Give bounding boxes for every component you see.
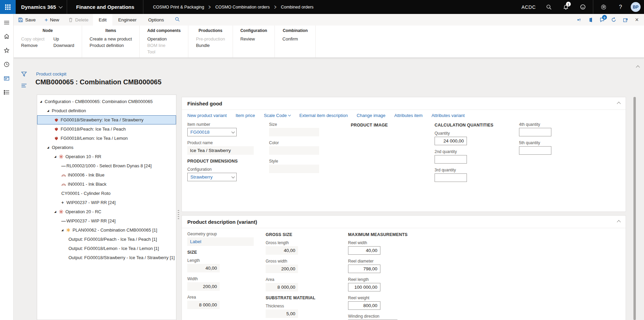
refresh-icon[interactable]	[609, 15, 619, 25]
section-title: Finished good	[187, 101, 222, 106]
quantity-input[interactable]	[435, 137, 467, 145]
tree-item[interactable]: ◢Operation 20 - RC	[37, 207, 176, 216]
2nd-quantity-input[interactable]	[435, 155, 467, 164]
workspace-card-icon[interactable]	[1, 73, 12, 84]
tree-item[interactable]: ◢Operations	[37, 143, 176, 152]
tree-item[interactable]: +WIP00237 - WIP RR [24]	[37, 198, 176, 207]
tree-item-label: CY00001 - Cylinder Roto	[61, 191, 111, 196]
sparkle-icon[interactable]	[574, 15, 584, 25]
bundle-button[interactable]: Bundle	[196, 42, 225, 49]
tree-item[interactable]: ◢Product definition	[37, 106, 176, 115]
tab-engineer[interactable]: Engineer	[112, 14, 142, 26]
reel-width-input[interactable]	[348, 246, 380, 255]
configuration-combobox[interactable]: Strawberry	[187, 173, 237, 181]
collapse-section-chevron-icon[interactable]	[617, 102, 621, 105]
ribbon-group-combination: CombinationConfirm	[275, 26, 316, 57]
tree-item[interactable]: Output: FG00018/Strawberry - Ice Tea / S…	[37, 253, 176, 262]
5th-quantity-input[interactable]	[519, 146, 551, 155]
splitter-handle[interactable]	[178, 210, 179, 220]
tree-item[interactable]: —RL00002/1000 - Select Brown Dynas 8 [24…	[37, 161, 176, 170]
change-image-link[interactable]: Change image	[357, 113, 386, 118]
collapse-section-chevron-icon[interactable]	[617, 220, 621, 224]
tree-item[interactable]: IN00001 - Ink Black	[37, 180, 176, 189]
vertical-scrollbar[interactable]	[633, 97, 636, 320]
tree-item[interactable]: Output: FG00018/Lemon - Ice Tea / Lemon …	[37, 244, 176, 253]
expander-icon[interactable]: ◢	[40, 100, 45, 103]
new-button[interactable]: + New	[40, 14, 64, 26]
reel-length-input[interactable]	[348, 283, 380, 291]
filter-icon[interactable]	[21, 71, 27, 77]
messages-icon[interactable]: 0	[597, 15, 607, 25]
up-button[interactable]: Up	[53, 36, 74, 42]
breadcrumb-item-cosmo-combination-orders[interactable]: COSMO Combination orders	[215, 5, 270, 10]
ribbon-group-productions: ProductionsPre-productionBundle	[188, 26, 233, 57]
office-app-icon[interactable]	[585, 15, 596, 25]
attributes-item-link[interactable]: Attributes item	[394, 113, 423, 118]
reel-weight-input[interactable]	[348, 301, 380, 310]
brand-title[interactable]: Dynamics 365	[16, 4, 59, 10]
tree-item[interactable]: ◢Configuration - CMB000065: Combination …	[37, 97, 176, 106]
create-a-new-product-button[interactable]: Create a new product	[90, 36, 132, 42]
reel-diameter-input[interactable]	[348, 265, 380, 273]
menu-icon[interactable]	[1, 17, 12, 28]
3rd-quantity-input[interactable]	[435, 173, 467, 182]
tree-item[interactable]: IN00006 - Ink Blue	[37, 170, 176, 180]
confirm-button[interactable]: Confirm	[282, 36, 308, 42]
label-link[interactable]: Label	[190, 239, 201, 244]
copy-object-button: Copy object	[21, 36, 45, 42]
task-list-icon[interactable]	[21, 83, 27, 88]
tab-edit[interactable]: Edit	[93, 14, 112, 26]
scale-code-link[interactable]: Scale Code	[264, 113, 290, 118]
review-button[interactable]: Review	[240, 36, 267, 42]
smiley-feedback-icon[interactable]	[576, 0, 590, 14]
expander-icon[interactable]: ◢	[47, 146, 52, 149]
collapse-ribbon-chevron-icon[interactable]	[637, 64, 639, 70]
remove-button[interactable]: Remove	[21, 42, 45, 49]
tree-item[interactable]: —WIP00237 - WIP RR [24]	[37, 216, 176, 225]
4th-quantity-input[interactable]	[519, 128, 551, 136]
expander-icon[interactable]: ◢	[47, 109, 52, 112]
new-product-variant-link[interactable]: New product variant	[187, 113, 227, 118]
save-button[interactable]: Save	[14, 14, 40, 26]
tree-item[interactable]: FG00018/Lemon: Ice Tea / Lemon	[37, 134, 176, 143]
home-icon[interactable]	[1, 31, 12, 42]
field-3rd-quantity: 3rd quantity	[435, 168, 519, 182]
recent-clock-icon[interactable]	[1, 59, 12, 70]
field-item-number: Item numberFG00018	[187, 122, 269, 136]
settings-gear-icon[interactable]	[597, 0, 610, 14]
search-icon[interactable]	[542, 0, 555, 14]
field-product-name: Product nameIce Tea / Strawberry	[187, 140, 269, 155]
field-label: Thickness	[266, 304, 348, 308]
tree-item[interactable]: ◢PLAN00062 - Combination CMB000065 [1]	[37, 225, 176, 235]
external-item-description-link[interactable]: External item description	[299, 113, 348, 118]
product-cockpit-link[interactable]: Product cockpit	[36, 71, 66, 77]
breadcrumb-item-combined-orders[interactable]: Combined orders	[281, 5, 314, 10]
expander-icon[interactable]: ◢	[54, 155, 59, 158]
expander-icon[interactable]: ◢	[54, 210, 59, 213]
tab-options[interactable]: Options	[142, 14, 170, 26]
tree-item[interactable]: ◢Operation 10 - RR	[37, 152, 176, 161]
item-price-link[interactable]: Item price	[236, 113, 255, 118]
tree-item[interactable]: CY00001 - Cylinder Roto	[37, 189, 176, 198]
chevron-down-icon[interactable]	[59, 4, 63, 8]
help-icon[interactable]: ?	[614, 0, 627, 14]
app-name[interactable]: Finance and Operations	[67, 4, 143, 10]
close-icon[interactable]: ×	[632, 15, 642, 25]
breadcrumb-item-cosmo-print-packaging[interactable]: COSMO Print & Packaging	[153, 5, 204, 10]
favorites-star-icon[interactable]	[1, 45, 12, 56]
popout-window-icon[interactable]	[620, 15, 630, 25]
action-search-icon[interactable]	[170, 17, 185, 23]
tree-item[interactable]: FG00018/Strawberry: Ice Tea / Strawberry	[37, 115, 176, 124]
notification-bell-icon[interactable]: 1	[559, 0, 572, 14]
app-launcher-waffle-icon[interactable]	[0, 0, 16, 14]
expander-icon[interactable]: ◢	[61, 229, 66, 232]
tree-item[interactable]: Output: FG00018/Peach - Ice Tea / Peach …	[37, 235, 176, 244]
avatar[interactable]: BP	[631, 2, 641, 12]
attributes-variant-link[interactable]: Attributes variant	[431, 113, 465, 118]
downward-button[interactable]: Downward	[53, 42, 74, 49]
item-number-combobox[interactable]: FG00018	[187, 128, 237, 136]
hierarchy-list-icon[interactable]	[1, 87, 12, 98]
tree-item[interactable]: FG00018/Peach: Ice Tea / Peach	[37, 124, 176, 134]
operation-button[interactable]: Operation	[147, 36, 180, 42]
product-definition-button[interactable]: Product definition	[90, 42, 132, 49]
